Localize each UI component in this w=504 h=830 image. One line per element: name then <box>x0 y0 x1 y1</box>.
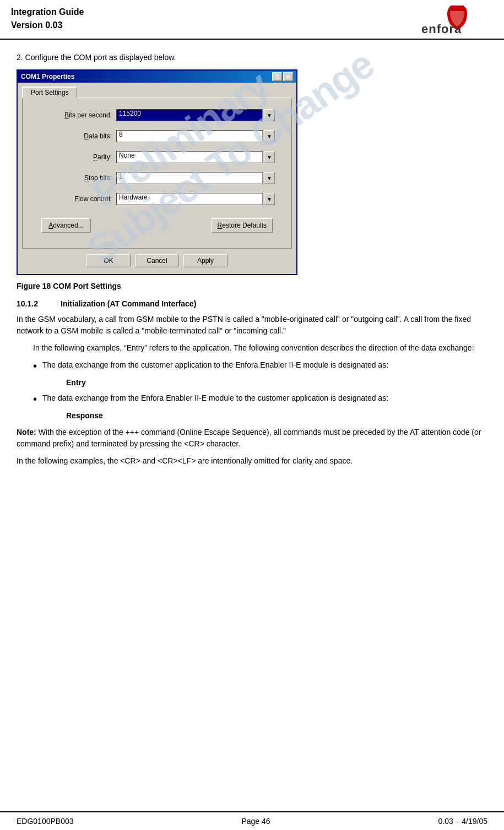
dialog-bottom-buttons: OK Cancel Apply <box>18 249 296 274</box>
data-bits-dropdown[interactable]: ▼ <box>264 130 275 142</box>
figure-caption: Figure 18 COM Port Settings <box>17 282 487 290</box>
logo: enfora <box>421 6 493 34</box>
bullet-1-text: The data exchange from the customer appl… <box>42 359 487 371</box>
bits-per-second-control: 115200 ▼ <box>116 109 275 121</box>
intro-text: 2. Configure the COM port as displayed b… <box>17 53 487 62</box>
page-header: Integration Guide Version 0.03 enfora <box>0 0 504 40</box>
stop-bits-row: Stop bits: 1 ▼ <box>39 172 275 184</box>
section-number: 10.1.2 <box>17 299 50 308</box>
flow-control-row: Flow control: Hardware ▼ <box>39 193 275 205</box>
footer-center: Page 46 <box>241 817 270 826</box>
apply-button[interactable]: Apply <box>183 254 227 267</box>
dialog-tabs: Port Settings <box>18 83 296 98</box>
dialog-screenshot: Preliminary Subject To Change COM1 Prope… <box>17 69 297 275</box>
header-text: Integration Guide Version 0.03 <box>11 6 84 32</box>
bullet-2-icon: • <box>33 392 37 406</box>
data-bits-input[interactable]: 8 <box>116 130 263 142</box>
section-heading-row: 10.1.2 Initialization (AT Command Interf… <box>17 299 487 308</box>
section-body1: In the GSM vocabulary, a call from GSM m… <box>17 314 487 337</box>
note-body: With the exception of the +++ command (O… <box>17 428 481 448</box>
bits-per-second-row: Bits per second: 115200 ▼ <box>39 109 275 121</box>
port-settings-tab[interactable]: Port Settings <box>22 87 77 98</box>
dialog-tab-content: Bits per second: 115200 ▼ Data bits: 8 ▼ <box>22 98 292 249</box>
doc-title: Integration Guide <box>11 6 84 19</box>
main-content: 2. Configure the COM port as displayed b… <box>0 40 504 483</box>
stop-bits-input[interactable]: 1 <box>116 172 263 184</box>
stop-bits-label: Stop bits: <box>39 174 116 182</box>
flow-control-control: Hardware ▼ <box>116 193 275 205</box>
parity-row: Parity: None ▼ <box>39 151 275 163</box>
figure-caption-text: Figure 18 COM Port Settings <box>17 282 121 290</box>
parity-control: None ▼ <box>116 151 275 163</box>
titlebar-buttons: ? ✕ <box>272 72 293 81</box>
enfora-logo-svg: enfora <box>421 6 493 34</box>
bits-per-second-dropdown[interactable]: ▼ <box>264 109 275 121</box>
stop-bits-control: 1 ▼ <box>116 172 275 184</box>
advanced-restore-row: Advanced... Restore Defaults <box>39 214 275 237</box>
bullet-item-1: • The data exchange from the customer ap… <box>33 359 487 373</box>
help-button[interactable]: ? <box>272 72 282 81</box>
data-bits-label: Data bits: <box>39 132 116 140</box>
data-bits-row: Data bits: 8 ▼ <box>39 130 275 142</box>
flow-control-input[interactable]: Hardware <box>116 193 263 205</box>
stop-bits-dropdown[interactable]: ▼ <box>264 172 275 184</box>
footer-left: EDG0100PB003 <box>17 817 74 826</box>
bullet-2-text: The data exchange from the Enfora Enable… <box>42 392 487 404</box>
section-title: Initialization (AT Command Interface) <box>61 299 196 308</box>
footer-right: 0.03 – 4/19/05 <box>438 817 487 826</box>
data-bits-control: 8 ▼ <box>116 130 275 142</box>
clarity-text: In the following examples, the <CR> and … <box>17 455 487 467</box>
parity-dropdown[interactable]: ▼ <box>264 151 275 163</box>
entry-label: Entry <box>66 378 487 387</box>
advanced-button[interactable]: Advanced... <box>41 218 91 233</box>
flow-control-dropdown[interactable]: ▼ <box>264 193 275 205</box>
dialog-title: COM1 Properties <box>21 73 74 80</box>
bits-per-second-input[interactable]: 115200 <box>116 109 263 121</box>
bullet-item-2: • The data exchange from the Enfora Enab… <box>33 392 487 406</box>
flow-control-label: Flow control: <box>39 195 116 203</box>
cancel-button[interactable]: Cancel <box>135 254 179 267</box>
note-text: Note: With the exception of the +++ comm… <box>17 427 487 450</box>
page-footer: EDG0100PB003 Page 46 0.03 – 4/19/05 <box>0 811 504 830</box>
close-button[interactable]: ✕ <box>283 72 293 81</box>
restore-defaults-button[interactable]: Restore Defaults <box>212 218 273 233</box>
bits-per-second-label: Bits per second: <box>39 111 116 119</box>
note-bold: Note: <box>17 428 36 436</box>
com1-properties-dialog: COM1 Properties ? ✕ Port Settings Bits p… <box>17 69 297 275</box>
svg-text:enfora: enfora <box>421 22 462 34</box>
parity-label: Parity: <box>39 153 116 161</box>
dialog-titlebar: COM1 Properties ? ✕ <box>18 71 296 83</box>
ok-button[interactable]: OK <box>86 254 131 267</box>
response-label: Response <box>66 411 487 420</box>
bullet-1-icon: • <box>33 359 37 373</box>
doc-version: Version 0.03 <box>11 19 84 32</box>
section-indent: In the following examples, “Entry” refer… <box>33 342 487 354</box>
parity-input[interactable]: None <box>116 151 263 163</box>
